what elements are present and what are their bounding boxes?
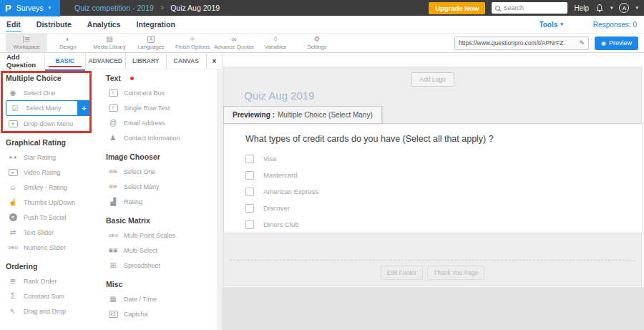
surveys-menu[interactable]: P Surveys ▾ [0,0,60,16]
group-header: Basic Matrix [106,216,218,225]
tooltip-text: Multiple Choice (Select Many) [278,111,373,119]
question-type-star-rating[interactable]: ★★Star Rating [6,150,94,165]
question-type-captcha[interactable]: k3Captcha [106,306,218,321]
responses-count[interactable]: Responses: 0 [593,21,637,29]
question-type-select-one[interactable]: ◉Select One [6,85,94,100]
question-type-drop-down-menu[interactable]: ▾Drop-down Menu [6,116,94,131]
answer-options: VisaMastercardAmerican ExpressDiscoverDi… [245,154,318,229]
question-type-constant-sum[interactable]: ΣConstant Sum [6,288,94,304]
question-type-date-time[interactable]: ▦Date / Time [106,291,218,306]
option-label: American Express [263,188,318,195]
share-icon: < [6,213,20,221]
checkbox[interactable] [245,188,254,196]
question-type-single-row-text[interactable]: ISingle Row Text [106,100,218,115]
question-type-email-address[interactable]: @Email Address [106,115,218,130]
upgrade-now-button[interactable]: Upgrade Now [429,2,485,14]
menu-item-integration[interactable]: Integration [136,16,176,32]
tools-menu[interactable]: Tools ▾ [539,21,562,29]
thank-you-page-button[interactable]: Thank You Page [427,266,484,280]
question-type-select-many[interactable]: ☑Select Many+ [6,100,91,116]
breadcrumb-parent[interactable]: Quiz competition - 2019 [74,4,154,12]
toolbar-item-variables[interactable]: ◊Variables [255,34,296,52]
toolbar-item-label: Finish Options [175,44,210,50]
panel-scrollbar[interactable] [217,69,222,330]
bell-icon[interactable] [595,4,604,13]
preview-button[interactable]: ◉ Preview [595,37,638,50]
question-type-label: Multi-Point Scales [124,232,175,239]
question-types-panel: Multiple Choice◉Select One☑Select Many+▾… [0,69,222,330]
question-type-video-rating[interactable]: ▸Video Rating [6,165,94,180]
tab-canvas[interactable]: CANVAS [166,53,207,69]
survey-title[interactable]: Quiz Aug 2019 [244,89,314,102]
question-type-comment-box[interactable]: IComment Box [106,85,218,100]
question-card: What types of credit cards do you have (… [223,123,643,233]
editor-toolbar: |≣Workspace◐Design▨Media LibraryALanguag… [0,34,644,53]
checkbox[interactable] [245,220,254,229]
question-type-label: Select One [124,168,156,175]
checkbox[interactable] [245,204,254,213]
dropdown-icon: ▾ [6,120,20,127]
option-label: Visa [263,155,276,162]
answer-option-discover: Discover [245,203,318,213]
search-box[interactable] [492,2,567,14]
question-type-rating[interactable]: ▟Rating [106,194,218,209]
toolbar-item-finish-options[interactable]: ✧Finish Options [172,34,213,52]
question-type-spreadsheet[interactable]: ⊞Spreadsheet [106,258,218,273]
settings-icon: ⚙ [314,36,321,43]
survey-url-field[interactable]: https://www.questionpro.com/t/APNrFZ ✎ [454,37,589,50]
question-type-smiley-rating[interactable]: ☺Smiley - Rating [6,180,94,195]
toolbar-item-settings[interactable]: ⚙Settings [296,34,338,52]
edit-pencil-icon[interactable]: ✎ [579,39,585,47]
tab-advanced[interactable]: ADVANCED [85,53,126,69]
answer-option-diners-club: Diners Club [245,220,318,229]
menu-item-distribute[interactable]: Distribute [36,16,72,32]
toolbar-item-label: Variables [265,44,287,50]
toolbar-item-advance-quotas[interactable]: ∞Advance Quotas [213,34,255,52]
question-type-select-many[interactable]: ⊞⊞Select Many [106,179,218,194]
question-group-graphical-rating: Graphical Rating★★Star Rating▸Video Rati… [6,138,94,255]
checkbox[interactable] [245,171,254,180]
question-type-multi-point-scales[interactable]: o⊕oMulti-Point Scales [106,228,218,243]
question-type-label: Smiley - Rating [24,184,67,191]
search-input[interactable] [503,4,562,11]
video-icon: ▸ [6,169,20,176]
question-type-thumbs-up-down[interactable]: ☝Thumbs Up/Down [6,195,94,210]
avatar[interactable]: A [619,3,629,13]
question-type-push-to-social[interactable]: <Push To Social [6,210,94,225]
question-type-label: Rank Order [24,278,57,285]
help-link[interactable]: Help [574,4,589,12]
question-type-label: Captcha [124,311,148,318]
toolbar-item-design[interactable]: ◐Design [47,34,89,52]
close-icon[interactable]: × [206,53,222,69]
question-type-contact-information[interactable]: ♟Contact Information [106,130,218,145]
question-type-rank-order[interactable]: ≣Rank Order [6,273,94,288]
chevron-down-icon[interactable]: ▾ [635,5,638,11]
question-text[interactable]: What types of credit cards do you have (… [245,134,494,144]
question-type-select-one[interactable]: ⊞⊞Select One [106,164,218,179]
toolbar-item-label: Design [59,44,76,50]
chevron-down-icon[interactable]: ▾ [610,5,613,11]
edit-footer-button[interactable]: Edit Footer [381,266,424,280]
question-type-text-slider[interactable]: ⇄Text Slider [6,225,94,240]
add-question-plus-button[interactable]: + [77,100,91,116]
add-logo-button[interactable]: Add Logo [411,72,454,87]
topbar-right: Upgrade Now Help ▾ A ▾ [429,2,644,14]
toolbar-item-languages[interactable]: ALanguages [130,34,172,52]
question-type-numeric-slider[interactable]: o⊕oNumeric Slider [6,240,94,255]
checkbox[interactable] [245,155,254,163]
search-icon [495,6,500,11]
question-type-label: Text Slider [24,229,54,236]
tab-basic[interactable]: BASIC [44,53,85,69]
menu-item-edit[interactable]: Edit [6,16,21,32]
footer-divider [230,260,635,261]
answer-option-visa: Visa [245,154,318,163]
question-type-drag-and-drop[interactable]: ⇖Drag and Drop [6,304,94,319]
toolbar-item-workspace[interactable]: |≣Workspace [6,34,47,52]
toolbar-item-media-library[interactable]: ▨Media Library [89,34,130,52]
tab-library[interactable]: LIBRARY [125,53,166,69]
question-type-multi-select[interactable]: ▣▣Multi-Select [106,243,218,258]
menu-bar: EditDistributeAnalyticsIntegration Tools… [0,16,644,34]
question-type-label: Drop-down Menu [24,120,73,127]
menu-item-analytics[interactable]: Analytics [87,16,122,32]
multi-point-icon: o⊕o [106,231,120,239]
